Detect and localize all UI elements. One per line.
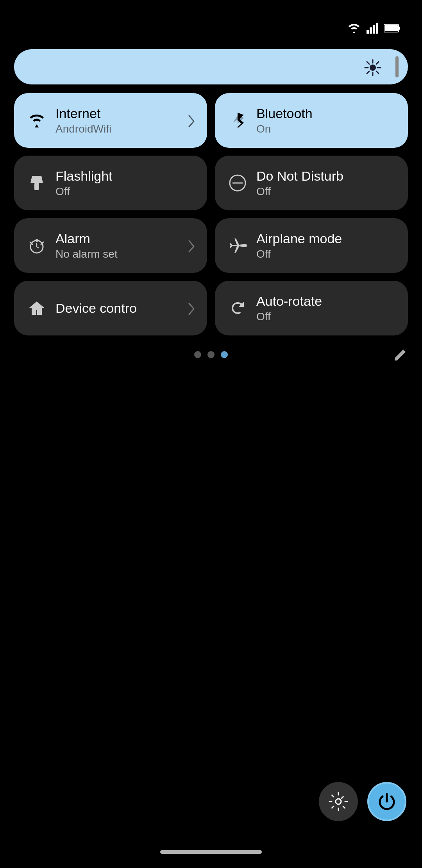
brightness-icon	[363, 57, 382, 77]
bottom-buttons	[319, 782, 406, 821]
wifi-status-icon	[347, 23, 361, 34]
rotate-icon	[227, 299, 249, 317]
nav-bar	[160, 850, 262, 854]
svg-rect-22	[36, 239, 38, 242]
brightness-slider[interactable]	[14, 49, 408, 84]
settings-button[interactable]	[319, 782, 358, 821]
tile-title-flashlight: Flashlight	[55, 168, 195, 184]
battery-icon	[384, 23, 401, 33]
tile-alarm[interactable]: Alarm No alarm set	[14, 218, 207, 273]
tile-subtitle-autorotate: Off	[256, 310, 396, 323]
svg-line-13	[376, 71, 379, 74]
svg-point-7	[370, 65, 376, 71]
tile-subtitle-bluetooth: On	[256, 123, 396, 135]
brightness-handle[interactable]	[395, 56, 399, 77]
svg-rect-1	[370, 27, 372, 34]
home-icon	[26, 299, 48, 317]
brightness-icon-wrap	[363, 56, 399, 77]
tile-autorotate[interactable]: Auto-rotate Off	[215, 281, 408, 335]
alarm-icon	[26, 237, 48, 255]
brightness-track	[23, 49, 363, 84]
tile-text-alarm: Alarm No alarm set	[55, 231, 178, 261]
svg-point-23	[336, 799, 341, 804]
wifi-icon	[26, 113, 48, 128]
tile-device-controls[interactable]: Device contro	[14, 281, 207, 335]
edit-button[interactable]	[391, 345, 408, 364]
svg-rect-6	[399, 27, 400, 30]
bluetooth-icon	[227, 111, 249, 130]
tile-text-airplane: Airplane mode Off	[256, 231, 396, 261]
tile-text-bluetooth: Bluetooth On	[256, 106, 396, 136]
tile-grid: Internet AndroidWifi Bluetooth On Flashl…	[14, 93, 408, 335]
dnd-icon	[227, 174, 249, 192]
tile-title-autorotate: Auto-rotate	[256, 293, 396, 309]
time-row	[0, 15, 422, 38]
svg-line-14	[376, 62, 379, 64]
chevron-icon	[186, 112, 195, 129]
status-bar	[0, 0, 422, 15]
tile-title-dnd: Do Not Disturb	[256, 168, 396, 184]
signal-icon	[367, 23, 378, 34]
tile-title-alarm: Alarm	[55, 231, 178, 247]
chevron-icon	[186, 299, 195, 316]
chevron-icon	[186, 237, 195, 254]
svg-marker-17	[30, 176, 43, 183]
power-button[interactable]	[367, 782, 406, 821]
tile-text-dnd: Do Not Disturb Off	[256, 168, 396, 198]
page-dot-0	[221, 351, 228, 358]
tile-text-device-controls: Device contro	[55, 300, 178, 316]
tile-title-internet: Internet	[55, 106, 178, 122]
tile-dnd[interactable]: Do Not Disturb Off	[215, 156, 408, 210]
system-icons	[342, 23, 406, 34]
tile-title-bluetooth: Bluetooth	[256, 106, 396, 122]
tile-internet[interactable]: Internet AndroidWifi	[14, 93, 207, 148]
flashlight-icon	[26, 174, 48, 192]
tile-text-internet: Internet AndroidWifi	[55, 106, 178, 136]
svg-rect-2	[373, 25, 375, 34]
page-dot-1	[207, 351, 215, 358]
svg-rect-3	[376, 23, 378, 34]
svg-rect-5	[384, 25, 398, 31]
tile-bluetooth[interactable]: Bluetooth On	[215, 93, 408, 148]
tile-subtitle-alarm: No alarm set	[55, 248, 178, 260]
tile-flashlight[interactable]: Flashlight Off	[14, 156, 207, 210]
airplane-icon	[227, 236, 249, 255]
tile-subtitle-flashlight: Off	[55, 185, 195, 198]
tile-title-airplane: Airplane mode	[256, 231, 396, 247]
tile-airplane[interactable]: Airplane mode Off	[215, 218, 408, 273]
svg-line-15	[367, 71, 369, 74]
quick-settings-panel: Internet AndroidWifi Bluetooth On Flashl…	[0, 38, 422, 370]
tile-text-flashlight: Flashlight Off	[55, 168, 195, 198]
tile-text-autorotate: Auto-rotate Off	[256, 293, 396, 323]
page-indicators	[14, 351, 408, 358]
svg-rect-0	[367, 30, 369, 34]
svg-line-12	[367, 62, 369, 64]
tile-title-device-controls: Device contro	[55, 300, 178, 316]
tile-subtitle-dnd: Off	[256, 185, 396, 198]
page-dot-2	[194, 351, 201, 358]
tile-subtitle-airplane: Off	[256, 248, 396, 260]
tile-subtitle-internet: AndroidWifi	[55, 123, 178, 135]
